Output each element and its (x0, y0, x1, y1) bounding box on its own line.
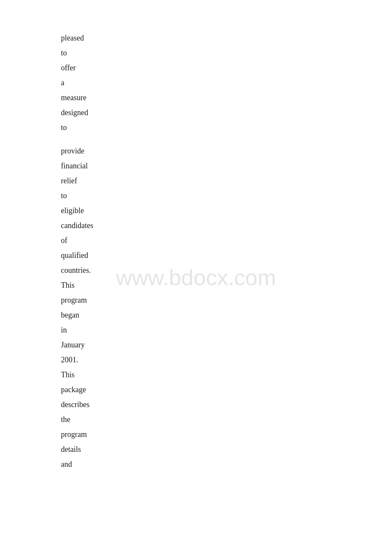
word-line: program (61, 431, 392, 438)
word-line: measure (61, 94, 392, 101)
word-line: describes (61, 401, 392, 408)
word-line: eligible (61, 207, 392, 214)
word-line: to (61, 49, 392, 57)
word-line: details (61, 445, 392, 453)
word-line: This (61, 371, 392, 379)
word-line: qualified (61, 251, 392, 259)
word-line: the (61, 416, 392, 423)
word-line: to (61, 192, 392, 199)
word-line: in (61, 326, 392, 334)
word-line: pleased (61, 34, 392, 42)
word-line: of (61, 237, 392, 244)
word-line: to (61, 124, 392, 131)
word-line: and (61, 460, 392, 468)
word-line: designed (61, 109, 392, 116)
word-line: program (61, 296, 392, 304)
word-line: began (61, 311, 392, 319)
word-line: relief (61, 177, 392, 185)
line-gap (61, 139, 392, 147)
word-line: 2001. (61, 356, 392, 364)
word-line: candidates (61, 222, 392, 229)
word-line: countries. (61, 266, 392, 274)
word-line: package (61, 386, 392, 393)
word-line: This (61, 281, 392, 289)
page-content: pleasedtoofferameasuredesignedtoprovidef… (0, 0, 392, 509)
word-line: provide (61, 147, 392, 155)
word-line: a (61, 79, 392, 87)
word-line: January (61, 341, 392, 349)
word-line: offer (61, 64, 392, 72)
word-line: financial (61, 162, 392, 170)
